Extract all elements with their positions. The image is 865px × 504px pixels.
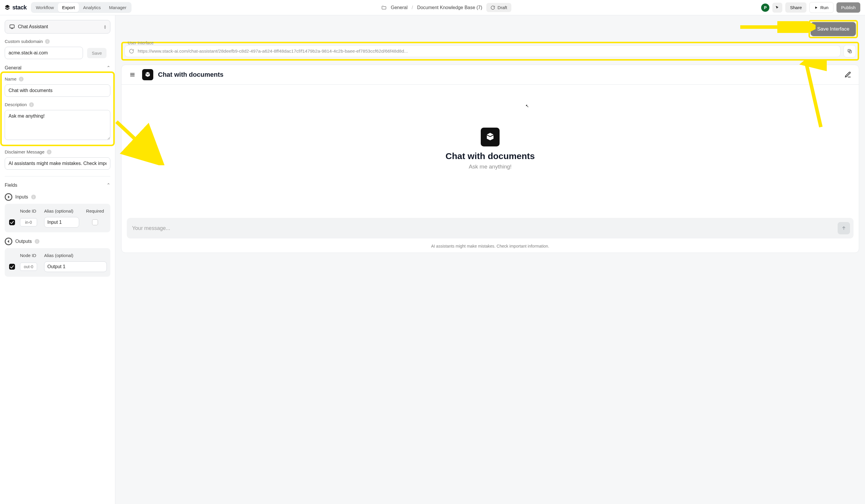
send-button[interactable] [838,222,850,234]
avatar[interactable]: P [761,3,769,12]
input-enabled-checkbox[interactable] [9,219,15,225]
th-required: Required [83,209,107,213]
info-icon: i [45,39,50,44]
preview-edit-button[interactable] [843,70,853,80]
chevron-up-icon: ⌃ [106,182,110,188]
output-enabled-checkbox[interactable] [9,264,15,270]
tab-export[interactable]: Export [58,3,79,12]
top-bar: stack Workflow Export Analytics Manager … [0,0,865,15]
info-icon: i [29,102,34,107]
mouse-cursor-icon: ↖ [526,104,529,108]
th-node-id: Node ID [20,253,40,258]
description-input[interactable] [5,110,110,140]
brand-logo: stack [4,4,27,11]
inputs-table: Node ID Alias (optional) Required in-0 [5,204,110,232]
status-draft-pill[interactable]: Draft [486,3,511,12]
preview-subheading: Ask me anything! [469,164,512,170]
disclaimer-label: Disclaimer Messagei [5,149,110,154]
info-icon: i [47,150,51,154]
breadcrumb-folder[interactable]: General [391,5,407,10]
preview-heading: Chat with documents [446,151,534,161]
edit-icon [844,71,852,78]
hamburger-icon [129,71,136,78]
th-node-id: Node ID [20,209,40,213]
preview-center-logo [481,128,499,146]
highlight-url-bar: https://www.stack-ai.com/chat-assistant/… [121,42,859,61]
breadcrumb: General / Document Knowledge Base (7) Dr… [381,3,511,12]
cursor-mode-button[interactable] [772,3,782,13]
config-sidebar: Chat Assistant ▴▾ Custom subdomaini Save… [0,15,115,504]
subdomain-input[interactable] [5,47,83,59]
copy-url-button[interactable] [843,45,856,57]
output-alias-input[interactable] [44,261,107,272]
breadcrumb-separator: / [412,5,413,10]
refresh-icon [129,48,134,54]
save-interface-button[interactable]: Save Interface [810,22,856,36]
draft-icon [491,5,495,10]
th-alias: Alias (optional) [44,209,79,213]
highlight-name-desc: Namei Descriptioni [2,73,113,144]
info-icon: i [35,239,39,244]
name-input[interactable] [5,84,110,97]
input-row: in-0 [8,215,107,230]
url-field[interactable]: https://www.stack-ai.com/chat-assistant/… [125,45,841,57]
share-button[interactable]: Share [785,2,806,13]
info-icon: i [19,77,24,81]
preview-message-input[interactable]: Your message... [127,218,854,238]
input-required-checkbox[interactable] [92,219,98,225]
preview-menu-button[interactable] [127,70,137,80]
cube-logo-icon [145,71,151,78]
highlight-save-interface: Save Interface [808,20,858,38]
breadcrumb-page[interactable]: Document Knowledge Base (7) [417,5,482,10]
input-icon [5,193,12,201]
url-text: https://www.stack-ai.com/chat-assistant/… [138,48,408,54]
inputs-header: Inputs i [5,193,110,201]
preview-app-logo [142,69,153,80]
play-icon [815,6,818,9]
cube-logo-icon [485,132,495,142]
output-icon [5,238,12,245]
input-alias-input[interactable] [44,217,79,227]
section-fields[interactable]: Fields ⌃ [5,182,110,188]
outputs-table: Node ID Alias (optional) out-0 [5,248,110,277]
th-alias: Alias (optional) [44,253,107,258]
section-general[interactable]: General ⌃ [5,65,110,71]
output-node-id: out-0 [20,262,37,271]
tab-workflow[interactable]: Workflow [32,3,58,12]
preview-title: Chat with documents [158,71,223,79]
chevron-updown-icon: ▴▾ [104,24,106,29]
chevron-up-icon: ⌃ [106,65,110,71]
interface-type-select[interactable]: Chat Assistant ▴▾ [5,20,110,34]
arrow-up-icon [841,225,846,231]
top-tabs: Workflow Export Analytics Manager [31,2,131,13]
output-row: out-0 [8,260,107,274]
copy-icon [847,48,852,54]
publish-button[interactable]: Publish [837,2,860,13]
run-button[interactable]: Run [809,2,833,13]
description-label: Descriptioni [5,102,110,107]
save-subdomain-button[interactable]: Save [87,48,106,58]
workspace: Save Interface User Interface https://ww… [115,15,865,504]
svg-rect-0 [10,25,14,28]
info-icon: i [31,195,36,199]
cursor-icon [775,5,780,10]
name-label: Namei [5,77,110,81]
disclaimer-input[interactable] [5,157,110,170]
chat-preview: Chat with documents Chat with [121,65,859,253]
top-right-controls: P Share Run Publish [761,2,860,13]
tab-analytics[interactable]: Analytics [79,3,105,12]
outputs-header: Outputs i [5,238,110,245]
preview-disclaimer: AI assistants might make mistakes. Check… [122,244,859,253]
chat-icon [9,24,15,30]
tab-manager[interactable]: Manager [105,3,130,12]
preview-message-placeholder: Your message... [132,225,835,232]
input-node-id: in-0 [20,218,37,226]
folder-icon [381,5,387,10]
stack-logo-icon [4,4,11,11]
subdomain-label: Custom subdomaini [5,39,110,44]
